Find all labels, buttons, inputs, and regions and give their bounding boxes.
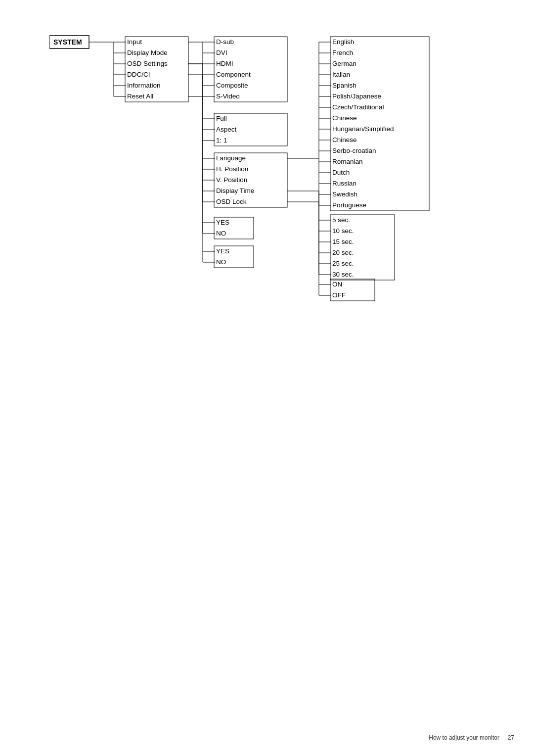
label-10sec: 10 sec.: [332, 227, 354, 235]
label-composite: Composite: [216, 82, 248, 89]
label-french: French: [332, 49, 353, 56]
diagram-wrapper: SYSTEM Input Display Mode OSD Settings D…: [49, 30, 480, 307]
label-on: ON: [332, 281, 342, 288]
label-off: OFF: [332, 291, 346, 299]
label-displaymode: Display Mode: [127, 49, 168, 56]
footer-text: How to adjust your monitor: [429, 734, 499, 741]
label-disptime: Display Time: [216, 187, 254, 194]
label-20sec: 20 sec.: [332, 249, 354, 256]
page-container: SYSTEM Input Display Mode OSD Settings D…: [0, 0, 534, 756]
label-language: Language: [216, 154, 246, 162]
label-no2: NO: [216, 258, 226, 266]
label-hungarian: Hungarian/Simplified: [332, 125, 394, 133]
label-vpos: V. Position: [216, 176, 247, 184]
label-german: German: [332, 60, 356, 67]
label-osdsettings: OSD Settings: [127, 60, 168, 67]
label-25sec: 25 sec.: [332, 260, 354, 267]
label-aspect: Aspect: [216, 126, 237, 133]
label-yes1: YES: [216, 219, 229, 226]
label-czech: Czech/Traditional: [332, 103, 384, 111]
label-input: Input: [127, 38, 142, 46]
label-svideo: S-Video: [216, 93, 240, 100]
label-osdlock: OSD Lock: [216, 198, 247, 205]
footer: How to adjust your monitor 27: [429, 734, 514, 741]
label-no1: NO: [216, 230, 226, 237]
label-resetall: Reset All: [127, 93, 153, 100]
label-5sec: 5 sec.: [332, 216, 350, 224]
label-information: Information: [127, 82, 161, 89]
label-dsub: D-sub: [216, 38, 234, 46]
label-spanish: Spanish: [332, 82, 356, 89]
label-chinese2: Chinese: [332, 136, 357, 143]
label-chinese1: Chinese: [332, 114, 357, 122]
label-swedish: Swedish: [332, 190, 357, 198]
label-portuguese: Portuguese: [332, 201, 366, 209]
label-serbo: Serbo-croatian: [332, 147, 376, 154]
label-russian: Russian: [332, 180, 356, 187]
system-label: SYSTEM: [53, 38, 82, 46]
label-15sec: 15 sec.: [332, 238, 354, 245]
page-number: 27: [508, 734, 514, 741]
label-dutch: Dutch: [332, 169, 350, 176]
label-romanian: Romanian: [332, 158, 363, 165]
label-hdmi: HDMI: [216, 60, 233, 67]
label-ddcci: DDC/CI: [127, 71, 150, 78]
diagram-svg: SYSTEM Input Display Mode OSD Settings D…: [49, 30, 480, 307]
label-full: Full: [216, 115, 227, 122]
label-oneone: 1: 1: [216, 137, 227, 144]
label-polish: Polish/Japanese: [332, 93, 381, 100]
label-component: Component: [216, 71, 251, 78]
label-dvi: DVI: [216, 49, 227, 56]
label-english: English: [332, 38, 354, 46]
label-30sec: 30 sec.: [332, 271, 354, 278]
label-hpos: H. Position: [216, 165, 248, 173]
label-italian: Italian: [332, 71, 350, 78]
label-yes2: YES: [216, 247, 229, 255]
